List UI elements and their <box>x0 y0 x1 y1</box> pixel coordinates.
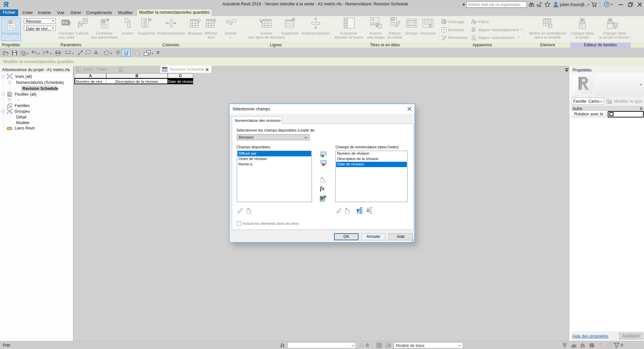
svg-text:0.0: 0.0 <box>62 20 67 24</box>
svg-text:fx: fx <box>78 19 83 28</box>
svg-text:?: ? <box>606 2 608 6</box>
svg-text:1: 1 <box>88 51 89 53</box>
